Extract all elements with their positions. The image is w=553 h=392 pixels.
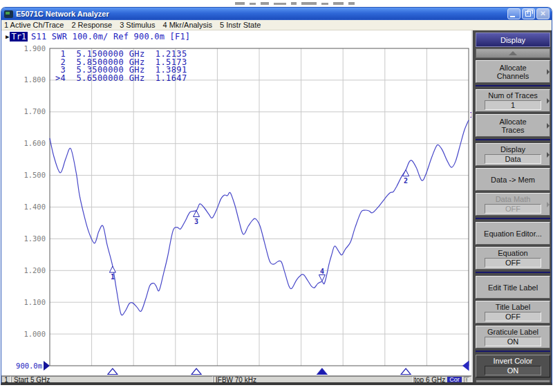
softkey-label: Data -> Mem <box>478 176 547 184</box>
svg-text:1: 1 <box>111 273 115 281</box>
marker-3-symbol[interactable]: 3 <box>194 211 200 225</box>
marker-4-stimulus-triangle[interactable] <box>317 368 327 375</box>
stop-frequency: Stop 6 GHz <box>413 376 445 384</box>
app-window: E5071C Network Analyzer ✕ 1 Active Ch/Tr… <box>1 7 552 385</box>
reference-level-label: 900.0m <box>16 362 42 370</box>
softkey-label: Graticule Label <box>478 328 547 336</box>
scroll-down-icon <box>509 382 517 385</box>
svg-text:1.700: 1.700 <box>24 107 46 115</box>
softkey-display[interactable]: DisplayData <box>476 143 550 166</box>
y-axis-labels: 1.9001.8001.7001.6001.5001.4001.3001.200… <box>24 44 46 338</box>
restore-button[interactable] <box>522 8 535 19</box>
submenu-arrow-icon <box>547 152 550 158</box>
menu-item-1-active-ch-trace[interactable]: 1 Active Ch/Trace <box>4 21 64 29</box>
softkey-value: OFF <box>485 312 541 321</box>
softkey-graticule-label[interactable]: Graticule LabelON <box>476 326 550 348</box>
softkey-label: Edit Title Label <box>478 283 547 292</box>
status-bar: 1 Start 5 GHz IFBW 70 kHz Stop 6 GHz Cor… <box>1 375 471 384</box>
menu-item-5-instr-state[interactable]: 5 Instr State <box>220 21 261 29</box>
softkey-separator <box>476 272 550 273</box>
softkey-scroll-up-button[interactable] <box>476 48 550 58</box>
softkey-num-of-traces[interactable]: Num of Traces1 <box>476 89 550 112</box>
title-bar: E5071C Network Analyzer ✕ <box>1 8 552 20</box>
ifbw-readout: IFBW 70 kHz <box>213 376 413 384</box>
submenu-arrow-icon <box>547 69 550 75</box>
softkey-allocate-traces[interactable]: Allocate Traces <box>476 114 550 137</box>
softkey-separator <box>476 139 550 140</box>
softkey-edit-title-label[interactable]: Edit Title Label <box>476 276 550 299</box>
channel-indicator: 1 <box>1 376 11 384</box>
marker-table-row-4: >4 5.6500000 GHz 1.1647 <box>55 75 187 83</box>
close-button[interactable]: ✕ <box>536 8 550 19</box>
svg-text:1.500: 1.500 <box>24 171 46 179</box>
marker-table: 1 5.1500000 GHz 1.2135 2 5.8500000 GHz 1… <box>55 50 187 82</box>
svg-text:3: 3 <box>194 218 198 225</box>
menu-item-2-response[interactable]: 2 Response <box>71 21 112 29</box>
svg-text:1.100: 1.100 <box>24 298 46 306</box>
graph-panel: ▶ Tr1 S11 SWR 100.0m/ Ref 900.0m [F1] 1 … <box>1 30 471 375</box>
softkey-data-math: Data MathOFF <box>476 193 550 216</box>
menu-item-3-stimulus[interactable]: 3 Stimulus <box>120 21 155 29</box>
softkey-separator <box>476 218 550 219</box>
softkey-title-label[interactable]: Title LabelOFF <box>476 301 550 324</box>
softkey-value: ON <box>485 337 541 346</box>
softkey-allocate-channels[interactable]: Allocate Channels <box>476 60 550 83</box>
stop-frequency-segment: Stop 6 GHz Cor ! <box>413 376 471 384</box>
softkey-label: Num of Traces <box>478 91 547 100</box>
softkey-invert-color[interactable]: Invert ColorON <box>476 355 550 377</box>
start-frequency: Start 5 GHz <box>11 376 213 384</box>
svg-text:1.300: 1.300 <box>24 234 46 243</box>
softkey-scroll-down-button[interactable] <box>476 380 550 385</box>
softkey-separator <box>476 85 550 86</box>
svg-text:1.600: 1.600 <box>24 139 46 147</box>
submenu-arrow-icon <box>547 98 550 104</box>
softkey-label: Invert Color <box>478 357 547 365</box>
graph-column: ▶ Tr1 S11 SWR 100.0m/ Ref 900.0m [F1] 1 … <box>1 30 471 384</box>
submenu-arrow-icon <box>547 202 550 207</box>
app-icon[interactable] <box>4 10 13 18</box>
softkey-label: Display <box>478 145 547 153</box>
svg-text:1.800: 1.800 <box>24 75 46 84</box>
svg-text:1.200: 1.200 <box>24 266 46 274</box>
softkey-label: Allocate Channels <box>478 64 547 80</box>
marker-4-symbol[interactable]: 4 <box>319 268 325 281</box>
softkey-equation-editor[interactable]: Equation Editor... <box>476 222 550 245</box>
reference-pointer-right-icon <box>462 361 469 371</box>
trace-header-text: S11 SWR 100.0m/ Ref 900.0m [F1] <box>31 32 190 41</box>
active-trace-pointer-icon: ▶ <box>6 33 9 40</box>
correction-badge: Cor <box>447 377 462 383</box>
softkey-label: Title Label <box>478 303 547 311</box>
reference-pointer-left-icon <box>44 361 50 371</box>
alert-indicator: ! <box>464 377 469 384</box>
window-title: E5071C Network Analyzer <box>16 10 506 18</box>
trace-label-badge[interactable]: Tr1 <box>10 32 28 41</box>
softkey-value: ON <box>485 366 541 375</box>
softkey-label: Allocate Traces <box>478 118 547 134</box>
marker-2-stimulus-triangle[interactable] <box>401 368 411 375</box>
svg-text:1.900: 1.900 <box>24 44 46 53</box>
cropped-text-fragments <box>235 0 355 5</box>
submenu-arrow-icon <box>547 123 550 129</box>
menu-item-4-mkr-analysis[interactable]: 4 Mkr/Analysis <box>162 21 212 29</box>
softkey-separator <box>476 351 550 352</box>
scroll-up-icon <box>509 51 517 55</box>
softkey-data-mem[interactable]: Data -> Mem <box>476 168 550 191</box>
softkey-value: Data <box>485 154 541 164</box>
softkey-value: 1 <box>485 100 541 110</box>
softkey-menu-title: Display <box>476 32 550 47</box>
close-icon: ✕ <box>540 10 545 17</box>
svg-text:4: 4 <box>320 268 324 275</box>
softkey-buttons: Allocate ChannelsNum of Traces1Allocate … <box>476 60 550 380</box>
plot-grid <box>50 48 469 366</box>
softkey-label: Data Math <box>478 195 547 203</box>
svg-text:1.000: 1.000 <box>24 330 46 338</box>
svg-text:1.400: 1.400 <box>24 203 46 211</box>
softkey-sidebar: Display Allocate ChannelsNum of Traces1A… <box>471 30 552 384</box>
marker-1-stimulus-triangle[interactable] <box>108 368 118 375</box>
softkey-equation[interactable]: EquationOFF <box>476 247 550 270</box>
restore-icon <box>525 11 531 17</box>
marker-2-symbol[interactable]: 2 <box>403 170 409 185</box>
marker-3-stimulus-triangle[interactable] <box>191 368 201 375</box>
menu-bar: 1 Active Ch/Trace2 Response3 Stimulus4 M… <box>1 20 552 30</box>
minimize-button[interactable] <box>507 8 521 19</box>
